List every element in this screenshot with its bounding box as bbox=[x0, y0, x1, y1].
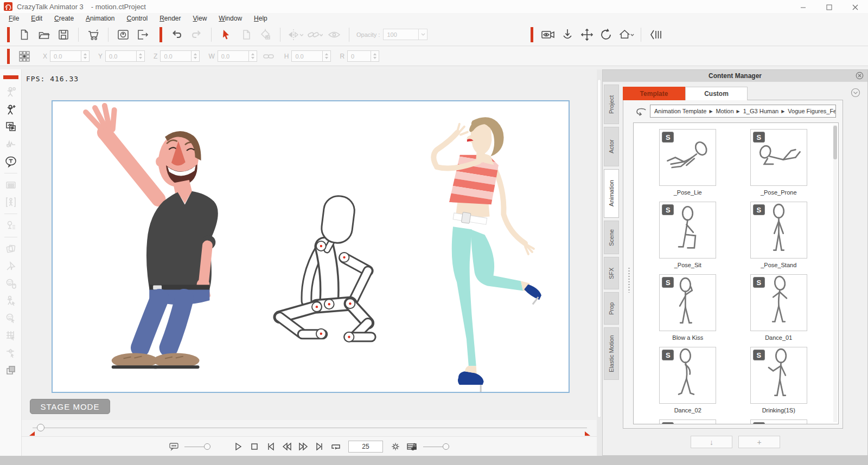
fill-button[interactable] bbox=[257, 27, 273, 43]
undo-button[interactable] bbox=[169, 27, 185, 43]
flip-button[interactable] bbox=[287, 27, 303, 43]
panel-splitter-handle[interactable] bbox=[597, 79, 601, 418]
w-spinner[interactable] bbox=[249, 50, 257, 62]
face-pointer-button[interactable] bbox=[4, 311, 18, 325]
play-button[interactable] bbox=[232, 441, 244, 453]
pose-thumbnail[interactable]: S bbox=[659, 129, 716, 186]
r-spinner[interactable] bbox=[371, 50, 379, 62]
redo-button[interactable] bbox=[188, 27, 205, 43]
panel-header[interactable]: Content Manager bbox=[603, 70, 867, 82]
add-actor-button[interactable] bbox=[4, 102, 18, 117]
template-item-pose-stand[interactable]: S _Pose_Stand bbox=[733, 202, 825, 269]
anchor-drop-button[interactable] bbox=[559, 27, 576, 43]
z-spinner[interactable] bbox=[192, 50, 200, 62]
character-mannequin[interactable] bbox=[279, 195, 371, 342]
rotate-tool-button[interactable] bbox=[598, 27, 615, 43]
tab-custom[interactable]: Custom bbox=[685, 87, 748, 100]
breadcrumb-item[interactable]: Vogue Figures_Female bbox=[788, 108, 836, 114]
sprite-grid-button[interactable] bbox=[4, 178, 18, 192]
template-item-dance-02[interactable]: S Dance_02 bbox=[642, 347, 733, 414]
stop-button[interactable] bbox=[248, 441, 260, 453]
menu-edit[interactable]: Edit bbox=[25, 14, 48, 23]
menu-window[interactable]: Window bbox=[213, 14, 248, 23]
frame-number-input[interactable]: 25 bbox=[348, 441, 383, 453]
transform-select-button[interactable] bbox=[4, 346, 18, 360]
camera-view-button[interactable] bbox=[540, 27, 556, 43]
grid-scrollbar-thumb[interactable] bbox=[833, 126, 837, 159]
pin-3d-button[interactable] bbox=[4, 218, 18, 232]
pose-thumbnail[interactable]: S bbox=[750, 347, 807, 404]
lock-ratio-icon[interactable] bbox=[263, 53, 275, 60]
breadcrumb-back-icon[interactable] bbox=[635, 108, 647, 117]
opacity-dropdown[interactable] bbox=[419, 29, 427, 40]
grid-scrollbar[interactable] bbox=[833, 125, 837, 422]
select-tool-button[interactable] bbox=[218, 27, 234, 43]
pose-thumbnail[interactable]: S bbox=[659, 347, 716, 404]
move-tool-button[interactable] bbox=[579, 27, 595, 43]
x-input[interactable]: 0.0 bbox=[50, 50, 81, 62]
tab-elastic-motion[interactable]: Elastic Motion bbox=[604, 327, 619, 380]
template-item-partial[interactable]: S bbox=[642, 419, 733, 424]
marketplace-button[interactable] bbox=[85, 27, 101, 43]
caption-button[interactable] bbox=[168, 441, 180, 453]
rewind-button[interactable] bbox=[281, 441, 293, 453]
breadcrumb-item[interactable]: Animation Template bbox=[654, 108, 706, 114]
pose-thumbnail[interactable]: S bbox=[750, 419, 807, 424]
template-item-dance-01[interactable]: S Dance_01 bbox=[733, 274, 825, 341]
fast-forward-button[interactable] bbox=[297, 441, 309, 453]
actor-settings-button[interactable] bbox=[4, 85, 18, 99]
tab-actor[interactable]: Actor bbox=[604, 127, 619, 166]
h-input[interactable]: 0.0 bbox=[291, 50, 323, 62]
tab-sfx[interactable]: SFX bbox=[604, 257, 619, 289]
tab-project[interactable]: Project bbox=[604, 85, 619, 124]
menu-control[interactable]: Control bbox=[120, 14, 154, 23]
add-content-button[interactable]: + bbox=[738, 436, 780, 448]
menu-render[interactable]: Render bbox=[154, 14, 187, 23]
character-woman[interactable] bbox=[433, 117, 544, 392]
menu-help[interactable]: Help bbox=[248, 14, 273, 23]
volume-slider-handle[interactable] bbox=[443, 443, 449, 450]
character-man[interactable] bbox=[86, 106, 218, 369]
export-button[interactable] bbox=[135, 27, 151, 43]
caption-slider[interactable] bbox=[184, 447, 206, 447]
pose-thumbnail[interactable]: S bbox=[659, 274, 716, 331]
maximize-button[interactable] bbox=[816, 0, 842, 14]
text-button[interactable] bbox=[4, 154, 18, 169]
layers-button[interactable] bbox=[4, 363, 18, 377]
volume-slider[interactable] bbox=[423, 447, 445, 447]
apply-template-button[interactable]: ↓ bbox=[691, 436, 732, 448]
playback-settings-button[interactable] bbox=[390, 441, 401, 453]
pose-thumbnail[interactable]: S bbox=[659, 419, 716, 424]
caption-slider-handle[interactable] bbox=[204, 443, 210, 450]
template-item-drinking-1s[interactable]: S Drinking(1S) bbox=[733, 347, 825, 414]
bone-actor-button[interactable] bbox=[4, 195, 18, 209]
y-input[interactable]: 0.0 bbox=[105, 50, 137, 62]
panel-toggle-button[interactable] bbox=[648, 27, 664, 43]
layer-flip-button[interactable] bbox=[4, 242, 18, 256]
minimize-button[interactable] bbox=[790, 0, 816, 14]
paste-button[interactable] bbox=[238, 27, 254, 43]
open-project-button[interactable] bbox=[36, 27, 52, 43]
w-input[interactable]: 0.0 bbox=[218, 50, 249, 62]
stage-canvas[interactable] bbox=[52, 100, 570, 393]
grid-select-button[interactable] bbox=[4, 328, 18, 343]
tab-prop[interactable]: Prop bbox=[604, 292, 619, 325]
media-button[interactable] bbox=[4, 120, 18, 134]
template-item-blow-a-kiss[interactable]: S Blow a Kiss bbox=[642, 274, 733, 341]
menu-animation[interactable]: Animation bbox=[80, 14, 120, 23]
template-item-pose-sit[interactable]: S _Pose_Sit bbox=[642, 202, 733, 269]
timeline-scrubber[interactable] bbox=[22, 420, 597, 436]
pivot-grid-button[interactable] bbox=[16, 48, 33, 64]
save-project-button[interactable] bbox=[55, 27, 72, 43]
timeline-track[interactable] bbox=[33, 428, 587, 428]
stage-mode-button[interactable]: STAGE MODE bbox=[30, 399, 110, 414]
motion-pin-button[interactable] bbox=[4, 259, 18, 273]
pose-thumbnail[interactable]: S bbox=[659, 202, 716, 259]
close-button[interactable] bbox=[842, 0, 868, 14]
menu-create[interactable]: Create bbox=[48, 14, 80, 23]
pose-thumbnail[interactable]: S bbox=[750, 129, 807, 186]
template-item-pose-lie[interactable]: S _Pose_Lie bbox=[642, 129, 733, 196]
z-input[interactable]: 0.0 bbox=[160, 50, 192, 62]
panel-close-icon[interactable] bbox=[856, 72, 864, 80]
x-spinner[interactable] bbox=[81, 50, 90, 62]
